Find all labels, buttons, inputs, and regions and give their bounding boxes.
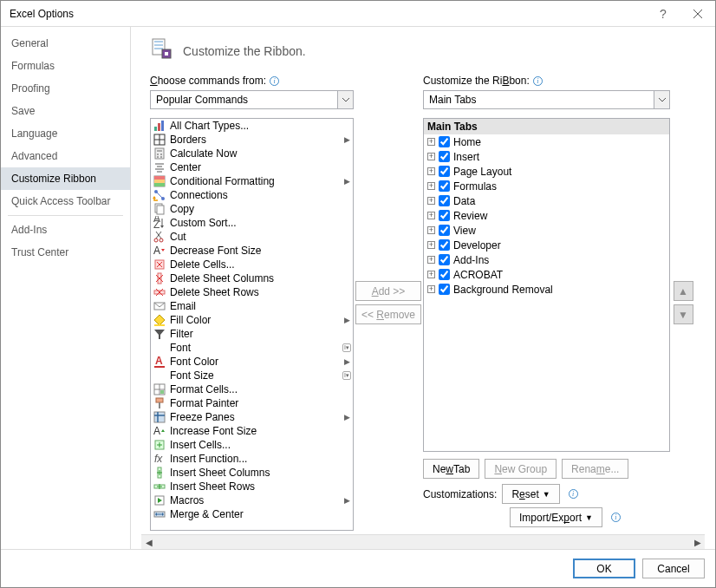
- sidebar-item-general[interactable]: General: [1, 32, 130, 55]
- tab-item[interactable]: +Data: [424, 193, 669, 208]
- sidebar-item-language[interactable]: Language: [1, 122, 130, 145]
- tab-item[interactable]: +ACROBAT: [424, 267, 669, 282]
- ok-button[interactable]: OK: [573, 559, 635, 578]
- expand-icon[interactable]: +: [427, 226, 435, 234]
- expand-icon[interactable]: +: [427, 138, 435, 146]
- command-item[interactable]: Delete Sheet Rows: [151, 285, 353, 299]
- help-button[interactable]: ?: [646, 1, 680, 27]
- rename-button[interactable]: Rename...: [562, 459, 628, 479]
- expand-icon[interactable]: +: [427, 197, 435, 205]
- command-item[interactable]: Delete Cells...: [151, 258, 353, 271]
- move-down-button[interactable]: ▼: [674, 304, 693, 324]
- command-item[interactable]: Insert Sheet Rows: [151, 480, 353, 493]
- command-item[interactable]: Email: [151, 299, 353, 313]
- sidebar-item-quick-access-toolbar[interactable]: Quick Access Toolbar: [1, 190, 130, 212]
- tab-checkbox[interactable]: [439, 210, 450, 221]
- chevron-down-icon[interactable]: [337, 91, 353, 108]
- import-export-button[interactable]: Import/Export▼: [510, 507, 602, 527]
- tab-checkbox[interactable]: [439, 180, 450, 192]
- expand-icon[interactable]: +: [427, 212, 435, 219]
- command-item[interactable]: FontI▾: [151, 341, 353, 355]
- command-item[interactable]: Copy: [151, 202, 353, 216]
- command-item[interactable]: Filter: [151, 327, 353, 341]
- command-item[interactable]: AFont Color▶: [151, 355, 353, 369]
- sidebar-item-advanced[interactable]: Advanced: [1, 145, 130, 167]
- tab-checkbox[interactable]: [439, 136, 450, 147]
- tab-item[interactable]: +Home: [424, 134, 669, 149]
- tab-item[interactable]: +Review: [424, 208, 669, 223]
- command-item[interactable]: Delete Sheet Columns: [151, 271, 353, 285]
- command-item[interactable]: fxInsert Function...: [151, 452, 353, 466]
- move-up-button[interactable]: ▲: [674, 281, 693, 301]
- sidebar-item-trust-center[interactable]: Trust Center: [1, 241, 130, 264]
- sidebar-item-formulas[interactable]: Formulas: [1, 55, 130, 77]
- command-item[interactable]: Fill Color▶: [151, 313, 353, 327]
- command-item[interactable]: AIncrease Font Size: [151, 424, 353, 438]
- tab-checkbox[interactable]: [439, 166, 450, 177]
- command-icon: [153, 466, 166, 480]
- tab-item[interactable]: +Insert: [424, 149, 669, 164]
- command-item[interactable]: Calculate Now: [151, 147, 353, 160]
- info-icon[interactable]: i: [611, 513, 621, 522]
- cancel-button[interactable]: Cancel: [642, 559, 705, 578]
- command-item[interactable]: AZCustom Sort...: [151, 216, 353, 230]
- command-item[interactable]: Font SizeI▾: [151, 369, 353, 382]
- sidebar-item-proofing[interactable]: Proofing: [1, 77, 130, 100]
- sidebar-item-add-ins[interactable]: Add-Ins: [1, 219, 130, 241]
- tab-item[interactable]: +View: [424, 223, 669, 238]
- add-button[interactable]: Add >>: [355, 281, 421, 301]
- command-item[interactable]: All Chart Types...: [151, 119, 353, 133]
- command-item[interactable]: ADecrease Font Size: [151, 244, 353, 258]
- info-icon[interactable]: i: [270, 76, 279, 86]
- command-label: Conditional Formatting: [170, 175, 339, 187]
- tab-item[interactable]: +Developer: [424, 238, 669, 252]
- new-tab-button[interactable]: New Tab: [423, 459, 479, 479]
- category-sidebar: GeneralFormulasProofingSaveLanguageAdvan…: [1, 27, 131, 549]
- horizontal-scrollbar[interactable]: ◀▶: [141, 534, 705, 549]
- close-button[interactable]: [680, 1, 715, 27]
- commands-listbox[interactable]: All Chart Types...Borders▶Calculate NowC…: [150, 118, 354, 531]
- tab-checkbox[interactable]: [439, 284, 450, 295]
- command-label: Fill Color: [170, 314, 339, 326]
- expand-icon[interactable]: +: [427, 271, 435, 278]
- tab-item[interactable]: +Page Layout: [424, 164, 669, 179]
- choose-commands-combo[interactable]: Popular Commands: [150, 90, 354, 109]
- new-group-button[interactable]: New Group: [485, 459, 557, 479]
- info-icon[interactable]: i: [533, 76, 543, 86]
- remove-button[interactable]: << Remove: [355, 304, 421, 324]
- tab-checkbox[interactable]: [439, 151, 450, 162]
- sidebar-item-save[interactable]: Save: [1, 100, 130, 122]
- command-item[interactable]: Format Cells...: [151, 382, 353, 396]
- sidebar-item-customize-ribbon[interactable]: Customize Ribbon: [1, 167, 130, 190]
- tab-item[interactable]: +Background Removal: [424, 282, 669, 297]
- command-item[interactable]: Insert Sheet Columns: [151, 466, 353, 480]
- command-item[interactable]: Merge & Center: [151, 507, 353, 521]
- ribbon-tabs-tree[interactable]: Main Tabs +Home+Insert+Page Layout+Formu…: [423, 118, 670, 452]
- expand-icon[interactable]: +: [427, 182, 435, 190]
- expand-icon[interactable]: +: [427, 153, 435, 160]
- tab-checkbox[interactable]: [439, 195, 450, 206]
- chevron-down-icon[interactable]: [654, 91, 669, 108]
- reset-button[interactable]: Reset▼: [502, 484, 559, 504]
- command-item[interactable]: Connections: [151, 188, 353, 202]
- info-icon[interactable]: i: [569, 489, 578, 499]
- tab-checkbox[interactable]: [439, 225, 450, 236]
- command-item[interactable]: Freeze Panes▶: [151, 410, 353, 424]
- tab-checkbox[interactable]: [439, 239, 450, 251]
- command-item[interactable]: Format Painter: [151, 396, 353, 410]
- command-item[interactable]: Borders▶: [151, 133, 353, 147]
- tab-item[interactable]: +Formulas: [424, 179, 669, 193]
- command-item[interactable]: Insert Cells...: [151, 438, 353, 452]
- expand-icon[interactable]: +: [427, 256, 435, 264]
- tab-item[interactable]: +Add-Ins: [424, 252, 669, 267]
- tab-checkbox[interactable]: [439, 254, 450, 265]
- customize-ribbon-combo[interactable]: Main Tabs: [423, 90, 670, 109]
- tab-checkbox[interactable]: [439, 269, 450, 280]
- command-item[interactable]: Cut: [151, 230, 353, 244]
- command-item[interactable]: Conditional Formatting▶: [151, 174, 353, 188]
- expand-icon[interactable]: +: [427, 241, 435, 249]
- command-item[interactable]: Macros▶: [151, 493, 353, 507]
- command-item[interactable]: Center: [151, 160, 353, 174]
- expand-icon[interactable]: +: [427, 167, 435, 175]
- expand-icon[interactable]: +: [427, 285, 435, 293]
